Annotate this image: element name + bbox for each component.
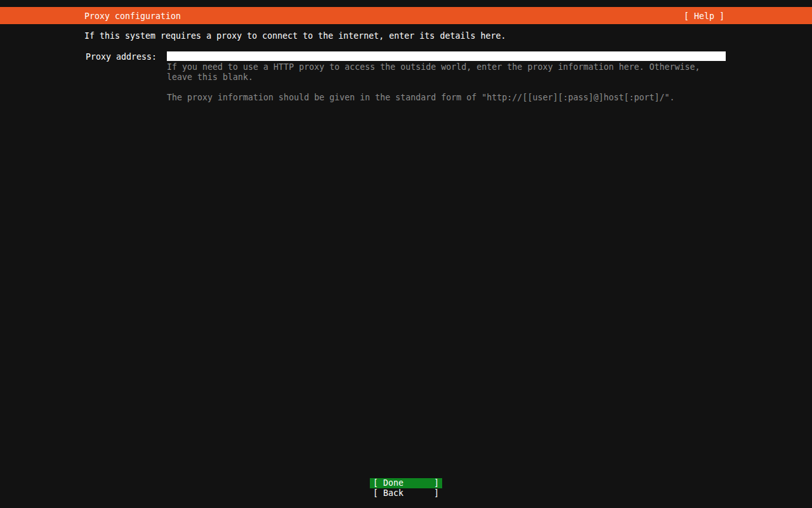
intro-text: If this system requires a proxy to conne… (84, 31, 506, 41)
proxy-help-line-2: leave this blank. (167, 72, 253, 83)
done-close-bracket: ] (434, 478, 439, 488)
back-close-bracket: ] (434, 488, 439, 498)
proxy-address-label: Proxy address: (86, 52, 157, 62)
proxy-address-input[interactable] (167, 51, 726, 61)
proxy-configuration-screen: Proxy configuration [ Help ] If this sys… (0, 0, 812, 508)
back-button[interactable]: [ Back ] (370, 488, 442, 498)
title-bar: Proxy configuration [ Help ] (0, 7, 812, 24)
done-button-label: Done (383, 478, 403, 488)
done-open-bracket: [ (373, 478, 378, 488)
done-button[interactable]: [ Done ] (370, 478, 442, 488)
proxy-format-note: The proxy information should be given in… (167, 93, 675, 103)
proxy-help-line-1: If you need to use a HTTP proxy to acces… (167, 62, 700, 72)
page-title: Proxy configuration (84, 11, 181, 20)
back-button-label: Back (383, 488, 403, 498)
back-open-bracket: [ (373, 488, 378, 498)
help-button[interactable]: [ Help ] (684, 11, 724, 20)
